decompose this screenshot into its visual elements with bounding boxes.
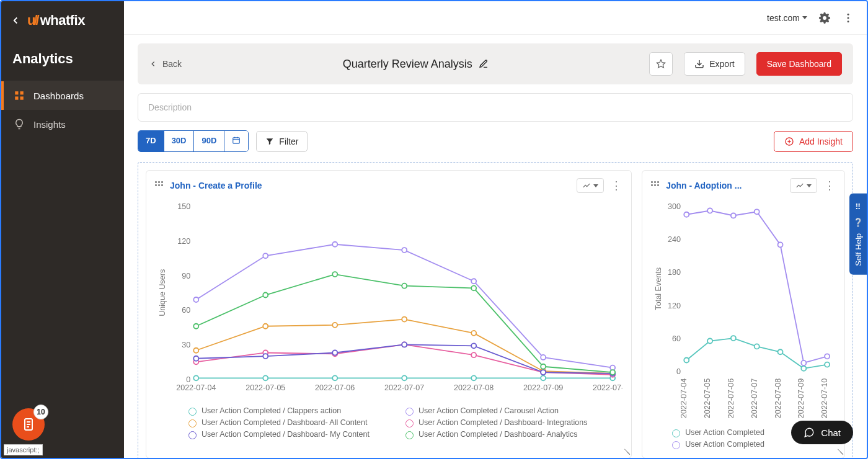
chart-adoption: 0601201802403002022-07-042022-07-052022-… [651, 199, 836, 419]
range-30d[interactable]: 30D [164, 131, 195, 151]
kebab-icon[interactable] [842, 12, 854, 24]
svg-point-9 [848, 17, 849, 19]
svg-text:2022-07-07: 2022-07-07 [384, 383, 424, 392]
drag-handle-icon[interactable] [651, 181, 660, 190]
svg-text:2022-07-09: 2022-07-09 [523, 383, 563, 392]
range-custom[interactable] [224, 131, 248, 151]
svg-text:60: 60 [182, 306, 190, 315]
svg-point-63 [263, 354, 268, 359]
chart-type-selector[interactable] [790, 178, 817, 193]
gear-icon[interactable] [818, 12, 831, 24]
lightbulb-icon [14, 119, 25, 130]
svg-point-70 [263, 293, 268, 298]
card-title[interactable]: John - Create a Profile [170, 181, 262, 190]
card-menu-button[interactable]: ⋮ [823, 181, 836, 190]
plus-circle-icon [784, 137, 794, 146]
legend-swatch [405, 419, 414, 427]
svg-point-64 [332, 350, 337, 355]
favorite-button[interactable] [649, 52, 673, 76]
legend-swatch [672, 429, 680, 437]
legend-item: User Action Completed / Dashboard- Integ… [405, 418, 604, 427]
svg-text:2022-07-04: 2022-07-04 [176, 383, 216, 392]
svg-text:2022-07-05: 2022-07-05 [246, 383, 285, 392]
resize-handle[interactable] [834, 447, 843, 456]
grid-icon [14, 90, 25, 101]
legend-item: User Action Completed / Dashboard- My Co… [188, 430, 387, 439]
legend-item: User Action Completed / Dashboard- All C… [188, 418, 387, 427]
save-dashboard-button[interactable]: Save Dashboard [756, 52, 842, 76]
calendar-icon [232, 136, 241, 145]
svg-point-62 [193, 356, 198, 361]
resize-handle[interactable] [621, 447, 629, 456]
description-placeholder: Description [148, 102, 192, 112]
svg-point-52 [471, 331, 476, 336]
dashboard-grid: John - Create a Profile ⋮ 03060901201502… [138, 162, 853, 458]
sidebar-item-dashboards[interactable]: Dashboards [1, 81, 124, 110]
chevron-down-icon [593, 184, 598, 187]
add-insight-button[interactable]: Add Insight [774, 131, 853, 152]
svg-point-75 [610, 370, 615, 375]
drag-handle-icon[interactable] [155, 181, 164, 190]
legend-swatch [188, 419, 197, 427]
date-range-segment: 7D 30D 90D [138, 130, 249, 152]
svg-text:2022-07-08: 2022-07-08 [774, 378, 782, 418]
domain-label: test.com [767, 13, 800, 23]
svg-text:Total Events: Total Events [654, 267, 663, 310]
svg-point-72 [402, 284, 407, 289]
legend-label: User Action Completed / Dashboard- My Co… [202, 430, 370, 439]
description-input[interactable]: Description [138, 93, 853, 122]
svg-point-42 [263, 253, 268, 258]
task-launcher-button[interactable]: 10 [12, 408, 45, 441]
line-chart-icon [582, 181, 591, 190]
legend-label: User Action Completed / Carousel Action [418, 406, 559, 415]
svg-rect-2 [15, 97, 18, 100]
svg-point-34 [193, 375, 198, 380]
sidebar-item-label: Dashboards [33, 91, 84, 101]
line-chart-icon [795, 181, 804, 190]
chart-profile: 03060901201502022-07-042022-07-052022-07… [155, 199, 622, 398]
svg-text:0: 0 [676, 367, 681, 376]
card-menu-button[interactable]: ⋮ [610, 181, 622, 190]
svg-point-36 [332, 375, 337, 380]
svg-rect-1 [20, 91, 24, 94]
save-label: Save Dashboard [767, 59, 831, 69]
filter-icon [265, 137, 274, 146]
sidebar-title: Analytics [1, 35, 124, 81]
svg-text:240: 240 [668, 235, 681, 244]
svg-point-39 [541, 375, 546, 380]
svg-text:120: 120 [668, 302, 681, 310]
range-7d[interactable]: 7D [138, 131, 164, 151]
export-button[interactable]: Export [684, 52, 745, 76]
svg-point-46 [541, 355, 546, 360]
svg-point-8 [848, 13, 849, 15]
svg-text:2022-07-10: 2022-07-10 [820, 378, 829, 418]
back-arrow-icon[interactable] [10, 15, 21, 26]
range-90d[interactable]: 90D [194, 131, 224, 151]
filter-button[interactable]: Filter [256, 131, 308, 152]
svg-point-67 [541, 370, 546, 375]
legend-swatch [188, 408, 197, 416]
svg-point-91 [707, 339, 712, 344]
svg-point-92 [731, 336, 736, 341]
svg-text:90: 90 [182, 272, 190, 280]
export-label: Export [709, 59, 734, 69]
topbar: test.com [124, 1, 867, 35]
back-button[interactable]: Back [149, 59, 182, 69]
chevron-down-icon [802, 16, 807, 19]
svg-rect-0 [15, 91, 18, 94]
svg-text:300: 300 [668, 202, 681, 211]
chat-button[interactable]: Chat [791, 421, 853, 444]
svg-point-43 [332, 242, 337, 247]
sidebar-item-insights[interactable]: Insights [1, 110, 124, 138]
chart-type-selector[interactable] [577, 178, 604, 193]
card-title[interactable]: John - Adoption ... [666, 181, 742, 190]
legend-label: User Action Completed [685, 428, 764, 437]
chevron-down-icon [807, 184, 812, 187]
edit-icon[interactable] [479, 59, 489, 69]
legend-label: User Action Completed / Dashboard- All C… [202, 418, 368, 427]
svg-text:180: 180 [668, 268, 681, 277]
brand-mark-icon: u// [27, 12, 38, 29]
self-help-tab[interactable]: Self Help ❔ ⠿ [849, 194, 867, 275]
chart-legend: User Action Completed / Clappers actionU… [146, 406, 631, 448]
domain-selector[interactable]: test.com [767, 13, 807, 23]
